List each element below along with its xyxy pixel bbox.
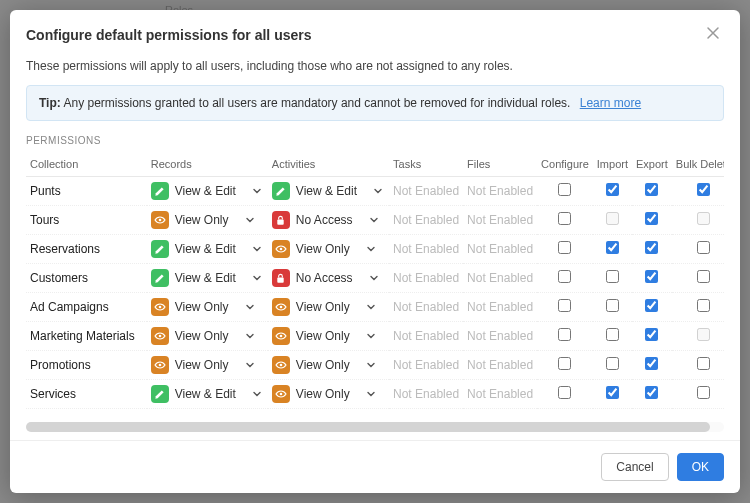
svg-point-10 [280, 393, 283, 396]
collection-name: Tours [26, 206, 147, 235]
svg-rect-3 [278, 277, 284, 282]
files-cell: Not Enabled [463, 409, 537, 415]
export-checkbox[interactable] [645, 212, 658, 225]
scrollbar-thumb[interactable] [26, 422, 710, 432]
learn-more-link[interactable]: Learn more [580, 96, 641, 110]
bulk-delete-checkbox[interactable] [697, 183, 710, 196]
import-checkbox[interactable] [606, 386, 619, 399]
export-checkbox[interactable] [645, 386, 658, 399]
collection-name: Marketing Materials [26, 322, 147, 351]
configure-checkbox[interactable] [558, 183, 571, 196]
records-permission-selector[interactable]: View Only [151, 327, 257, 345]
chevron-down-icon [371, 184, 385, 198]
records-permission-selector[interactable]: View & Edit [151, 269, 264, 287]
chevron-down-icon [243, 213, 257, 227]
records-permission-selector[interactable]: View Only [151, 356, 257, 374]
chevron-down-icon [367, 271, 381, 285]
configure-checkbox[interactable] [558, 386, 571, 399]
collection-name: Ad Campaigns [26, 293, 147, 322]
export-checkbox[interactable] [645, 183, 658, 196]
col-records: Records [147, 152, 268, 177]
bulk-delete-checkbox[interactable] [697, 270, 710, 283]
eye-icon [151, 211, 169, 229]
configure-checkbox[interactable] [558, 212, 571, 225]
chevron-down-icon [364, 387, 378, 401]
col-export: Export [632, 152, 672, 177]
col-import: Import [593, 152, 632, 177]
import-checkbox[interactable] [606, 299, 619, 312]
bulk-delete-checkbox [697, 212, 710, 225]
activities-permission-selector[interactable]: View Only [272, 356, 378, 374]
svg-point-9 [280, 364, 283, 367]
eye-icon [272, 240, 290, 258]
permission-label: No Access [296, 213, 353, 227]
export-checkbox[interactable] [645, 357, 658, 370]
permissions-modal: Configure default permissions for all us… [10, 10, 740, 493]
permission-label: View & Edit [296, 184, 357, 198]
bulk-delete-checkbox[interactable] [697, 299, 710, 312]
bulk-delete-checkbox[interactable] [697, 386, 710, 399]
activities-permission-selector[interactable]: No Access [272, 269, 381, 287]
col-collection: Collection [26, 152, 147, 177]
records-permission-selector[interactable]: View & Edit [151, 385, 264, 403]
export-checkbox[interactable] [645, 241, 658, 254]
permission-label: View Only [175, 300, 229, 314]
permission-label: View & Edit [175, 184, 236, 198]
table-row: Ad CampaignsView OnlyView OnlyNot Enable… [26, 293, 724, 322]
pencil-icon [272, 182, 290, 200]
import-checkbox[interactable] [606, 270, 619, 283]
chevron-down-icon [367, 213, 381, 227]
ok-button[interactable]: OK [677, 453, 724, 481]
permission-label: View Only [175, 358, 229, 372]
import-checkbox[interactable] [606, 183, 619, 196]
modal-header: Configure default permissions for all us… [10, 10, 740, 59]
export-checkbox[interactable] [645, 328, 658, 341]
import-checkbox[interactable] [606, 357, 619, 370]
tasks-cell: Not Enabled [389, 206, 463, 235]
activities-permission-selector[interactable]: View Only [272, 240, 378, 258]
export-checkbox[interactable] [645, 270, 658, 283]
cancel-button[interactable]: Cancel [601, 453, 668, 481]
collection-name: Services [26, 380, 147, 409]
svg-point-2 [280, 248, 283, 251]
records-permission-selector[interactable]: View & Edit [151, 182, 264, 200]
svg-point-0 [158, 219, 161, 222]
activities-permission-selector[interactable]: View Only [272, 327, 378, 345]
svg-point-4 [158, 306, 161, 309]
records-permission-selector[interactable]: View Only [151, 298, 257, 316]
permission-label: View Only [296, 242, 350, 256]
bulk-delete-checkbox[interactable] [697, 357, 710, 370]
chevron-down-icon [364, 358, 378, 372]
tasks-cell: Not Enabled [389, 409, 463, 415]
eye-icon [151, 356, 169, 374]
configure-checkbox[interactable] [558, 299, 571, 312]
records-permission-selector[interactable]: View Only [151, 211, 257, 229]
configure-checkbox[interactable] [558, 357, 571, 370]
configure-checkbox[interactable] [558, 241, 571, 254]
col-tasks: Tasks [389, 152, 463, 177]
activities-permission-selector[interactable]: View Only [272, 385, 378, 403]
bulk-delete-checkbox[interactable] [697, 241, 710, 254]
eye-icon [151, 298, 169, 316]
permissions-section-label: PERMISSIONS [26, 135, 724, 146]
modal-description: These permissions will apply to all user… [26, 59, 724, 73]
svg-rect-1 [278, 219, 284, 224]
import-checkbox[interactable] [606, 241, 619, 254]
activities-permission-selector[interactable]: View & Edit [272, 182, 385, 200]
permissions-table: Collection Records Activities Tasks File… [26, 152, 724, 414]
configure-checkbox[interactable] [558, 270, 571, 283]
configure-checkbox[interactable] [558, 328, 571, 341]
import-checkbox[interactable] [606, 328, 619, 341]
collection-name: Punts [26, 177, 147, 206]
activities-permission-selector[interactable]: No Access [272, 211, 381, 229]
permission-label: View Only [296, 358, 350, 372]
records-permission-selector[interactable]: View & Edit [151, 240, 264, 258]
tasks-cell: Not Enabled [389, 322, 463, 351]
svg-point-7 [280, 335, 283, 338]
chevron-down-icon [364, 242, 378, 256]
table-row: RepairsView & EditView OnlyNot EnabledNo… [26, 409, 724, 415]
close-button[interactable] [702, 22, 724, 47]
horizontal-scrollbar[interactable] [26, 422, 724, 432]
activities-permission-selector[interactable]: View Only [272, 298, 378, 316]
export-checkbox[interactable] [645, 299, 658, 312]
